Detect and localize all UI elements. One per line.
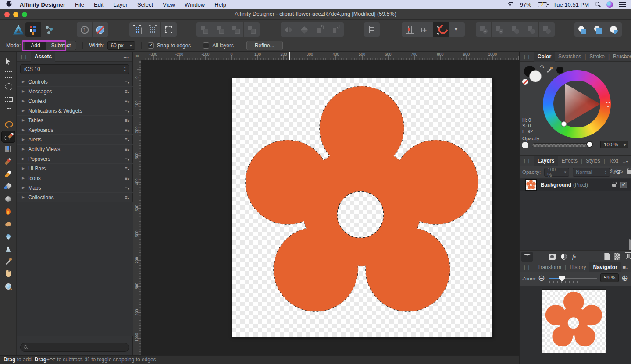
select-pixels-button[interactable] [129,22,145,37]
asset-category-context[interactable]: ▶Context≡ [17,96,133,106]
boolean-subtract-button[interactable]: − [492,22,507,37]
lightness-selector[interactable] [561,121,567,127]
layer-opacity-dropdown[interactable]: 100 %▾ [544,168,569,177]
tab-swatches[interactable]: Swatches [555,52,585,62]
width-dropdown[interactable]: 60 px▾ [107,41,135,50]
asset-category-notifications-widgets[interactable]: ▶Notifications & Widgets≡ [17,106,133,116]
siri-icon[interactable] [606,1,613,8]
category-menu-icon[interactable]: ≡ [124,79,129,85]
erase-brush-tool[interactable] [1,168,15,180]
tab-transform[interactable]: Transform [534,262,565,272]
vertical-ruler[interactable]: 01002003004005006007008009001000 [133,60,141,355]
category-menu-icon[interactable]: ≡ [124,175,129,181]
layer-row-background[interactable]: Background (Pixel) [520,179,631,191]
asset-search-input[interactable] [20,343,129,352]
new-layer-icon[interactable] [604,253,610,260]
disclosure-triangle-icon[interactable]: ▶ [22,166,25,170]
zoom-tool[interactable] [1,281,15,293]
category-menu-icon[interactable]: ≡ [124,108,129,114]
notification-center-icon[interactable] [619,2,626,7]
selection-brush-tool[interactable] [1,131,15,143]
panel-grip[interactable]: ❘❘ [20,54,28,59]
dodge-burn-tool[interactable] [1,205,15,218]
disclosure-triangle-icon[interactable]: ▶ [22,186,25,190]
flood-fill-tool[interactable] [1,180,15,193]
color-wheel[interactable] [543,70,611,138]
clone-tool[interactable] [1,193,15,206]
asset-category-collections[interactable]: ▶Collections≡ [17,193,133,202]
tab-stroke[interactable]: Stroke [586,52,608,62]
boolean-xor-button[interactable] [523,22,539,37]
flip-vertical-button[interactable] [296,22,312,37]
disclosure-triangle-icon[interactable]: ▶ [22,147,25,151]
menu-view[interactable]: View [163,1,175,8]
category-menu-icon[interactable]: ≡ [124,127,129,133]
tab-color[interactable]: Color [534,52,555,62]
boolean-divide-button[interactable] [539,22,555,37]
menu-help[interactable]: Help [214,1,226,8]
disclosure-triangle-icon[interactable]: ▶ [22,157,25,161]
new-pixel-layer-icon[interactable] [614,253,620,260]
view-pan-tool[interactable] [1,268,15,281]
disclosure-triangle-icon[interactable]: ▶ [22,109,25,113]
asset-category-popovers[interactable]: ▶Popovers≡ [17,154,133,164]
panel-grip[interactable]: ❘❘ [523,265,531,270]
layers-stack-icon[interactable] [521,252,533,262]
column-marquee-tool[interactable] [1,105,15,118]
snapping-options-button[interactable] [449,22,465,37]
selection-from-layer-button[interactable] [77,22,93,37]
sharpen-tool[interactable] [1,243,15,256]
picked-color-well[interactable] [556,67,563,74]
panel-grip[interactable]: ❘❘ [523,54,531,59]
smudge-tool[interactable] [1,218,15,231]
deselect-button[interactable] [93,22,108,37]
arrange-backward-button[interactable] [212,22,228,37]
mode-subtract-option[interactable]: Subtract [46,41,76,50]
navigator-thumbnail[interactable] [542,290,606,353]
menu-edit[interactable]: Edit [94,1,103,8]
designer-persona-button[interactable] [11,22,26,37]
no-color-swatch[interactable] [522,79,528,85]
zoom-slider-knob[interactable] [559,276,565,281]
disclosure-triangle-icon[interactable]: ▶ [22,80,25,84]
category-menu-icon[interactable]: ≡ [124,166,129,172]
zoom-slider[interactable] [549,278,597,279]
category-menu-icon[interactable]: ≡ [124,137,129,143]
opacity-value-dropdown[interactable]: 100 % [600,141,628,148]
blend-mode-dropdown[interactable]: Normal ▲▼ [573,168,610,177]
asset-category-alerts[interactable]: ▶Alerts≡ [17,135,133,145]
zoom-in-button[interactable]: ⊕ [621,274,630,283]
disclosure-triangle-icon[interactable]: ▶ [22,89,25,93]
insert-inside-button[interactable] [590,22,606,37]
menu-file[interactable]: File [75,1,84,8]
layer-settings-gear-icon[interactable]: ⚙ [615,169,621,176]
asset-category-icons[interactable]: ▶Icons≡ [17,173,133,183]
category-menu-icon[interactable]: ≡ [124,88,129,95]
freehand-selection-tool[interactable] [1,118,15,131]
refine-button[interactable]: Refine... [246,41,283,50]
tab-assets[interactable]: Assets [31,52,55,62]
category-menu-icon[interactable]: ≡ [124,194,129,201]
tab-navigator[interactable]: Navigator [589,262,620,272]
adjustment-layer-icon[interactable] [561,254,567,260]
app-menu[interactable]: Affinity Designer [20,1,65,8]
asset-category-ui-bars[interactable]: ▶UI Bars≡ [17,164,133,173]
category-menu-icon[interactable]: ≡ [124,185,129,191]
arrange-back-button[interactable] [196,22,212,37]
layer-thumbnail[interactable] [525,179,537,191]
layer-visibility-checkbox[interactable] [620,182,627,188]
snapping-button[interactable] [433,22,449,37]
flip-horizontal-button[interactable] [281,22,296,37]
fill-color-swatch[interactable] [529,70,542,82]
disclosure-triangle-icon[interactable]: ▶ [22,176,25,180]
snap-to-edges-checkbox[interactable]: Snap to edges [148,42,191,49]
delete-layer-icon[interactable] [626,254,631,259]
category-menu-icon[interactable]: ≡ [124,146,129,152]
menu-select[interactable]: Select [137,1,153,8]
asset-category-activity-views[interactable]: ▶Activity Views≡ [17,145,133,154]
asset-category-messages[interactable]: ▶Messages≡ [17,87,133,96]
hue-selector[interactable] [606,102,610,107]
pixel-persona-button[interactable] [25,22,41,37]
horizontal-ruler[interactable]: -300-200-1000100200300400500600700800900… [141,52,519,60]
mode-add-option[interactable]: Add [25,41,45,50]
